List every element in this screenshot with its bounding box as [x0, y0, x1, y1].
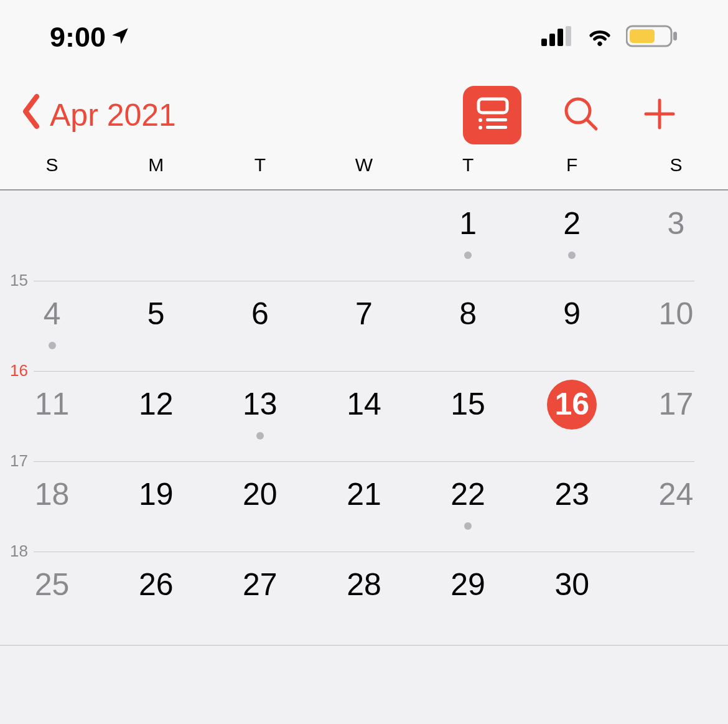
- day-cell[interactable]: 8: [416, 281, 520, 371]
- week-row: 1718192021222324: [0, 461, 728, 552]
- day-cell[interactable]: 14: [312, 371, 416, 461]
- day-number: 30: [547, 560, 597, 610]
- day-number: 13: [235, 380, 285, 430]
- day-cell[interactable]: 22: [416, 461, 520, 552]
- search-icon: [561, 125, 601, 136]
- add-event-button[interactable]: [641, 95, 678, 135]
- location-icon: [110, 21, 131, 54]
- day-cell[interactable]: 15: [416, 371, 520, 461]
- day-number: 10: [651, 289, 701, 339]
- day-number: 21: [339, 470, 389, 520]
- day-cell[interactable]: 4: [0, 281, 104, 371]
- day-number: 2: [547, 199, 597, 249]
- day-cell[interactable]: 16: [520, 371, 624, 461]
- day-number: 27: [235, 560, 285, 610]
- day-cell[interactable]: 30: [520, 552, 624, 642]
- day-number: 16: [547, 380, 597, 430]
- svg-point-10: [478, 126, 482, 129]
- event-indicator: [256, 432, 264, 440]
- day-number: 8: [443, 289, 493, 339]
- day-cell[interactable]: 9: [520, 281, 624, 371]
- event-indicator: [568, 252, 576, 259]
- day-number: 28: [339, 560, 389, 610]
- calendar-grid: 1231545678910161112131415161717181920212…: [0, 190, 728, 642]
- day-number: 3: [651, 199, 701, 249]
- day-cell[interactable]: 12: [104, 371, 208, 461]
- day-cell[interactable]: 23: [520, 461, 624, 552]
- day-cell[interactable]: 29: [416, 552, 520, 642]
- day-cell[interactable]: 18: [0, 461, 104, 552]
- weekday-label: T: [208, 156, 312, 189]
- day-number: 26: [131, 560, 181, 610]
- weekday-header: SMTWTFS: [0, 156, 728, 190]
- day-number: 18: [27, 470, 77, 520]
- weekday-label: S: [624, 156, 728, 189]
- day-number: 23: [547, 470, 597, 520]
- status-right: [541, 24, 678, 50]
- day-cell[interactable]: 3: [624, 190, 728, 281]
- svg-rect-0: [541, 39, 547, 46]
- list-view-button[interactable]: [463, 86, 521, 144]
- list-icon: [472, 95, 512, 135]
- week-row: 1545678910: [0, 281, 728, 371]
- weekday-label: S: [0, 156, 104, 189]
- svg-rect-11: [486, 126, 507, 129]
- day-cell[interactable]: 20: [208, 461, 312, 552]
- event-indicator: [464, 252, 472, 259]
- day-number: 24: [651, 470, 701, 520]
- weekday-label: T: [416, 156, 520, 189]
- day-cell: [624, 552, 728, 642]
- day-number: 17: [651, 380, 701, 430]
- svg-rect-3: [566, 26, 571, 46]
- day-cell[interactable]: 28: [312, 552, 416, 642]
- svg-line-13: [587, 120, 596, 129]
- day-cell: [208, 190, 312, 281]
- day-cell[interactable]: 17: [624, 371, 728, 461]
- day-number: 9: [547, 289, 597, 339]
- status-bar: 9:00: [0, 0, 728, 75]
- weekday-label: F: [520, 156, 624, 189]
- day-cell[interactable]: 19: [104, 461, 208, 552]
- day-number: 19: [131, 470, 181, 520]
- weekday-label: M: [104, 156, 208, 189]
- search-button[interactable]: [561, 94, 601, 136]
- day-cell[interactable]: 5: [104, 281, 208, 371]
- day-cell[interactable]: 1: [416, 190, 520, 281]
- day-cell[interactable]: 6: [208, 281, 312, 371]
- day-cell[interactable]: 11: [0, 371, 104, 461]
- plus-icon: [641, 124, 678, 134]
- svg-rect-7: [478, 99, 507, 113]
- week-row: 123: [0, 190, 728, 281]
- event-indicator: [49, 342, 56, 349]
- day-cell: [0, 190, 104, 281]
- week-row: 18252627282930: [0, 552, 728, 642]
- day-cell[interactable]: 25: [0, 552, 104, 642]
- week-row: 1611121314151617: [0, 371, 728, 461]
- day-cell[interactable]: 27: [208, 552, 312, 642]
- status-left: 9:00: [50, 21, 131, 54]
- day-cell[interactable]: 21: [312, 461, 416, 552]
- day-number: 14: [339, 380, 389, 430]
- day-number: 5: [131, 289, 181, 339]
- day-cell[interactable]: 24: [624, 461, 728, 552]
- day-cell[interactable]: 2: [520, 190, 624, 281]
- day-cell[interactable]: 13: [208, 371, 312, 461]
- svg-rect-9: [486, 118, 507, 121]
- nav-buttons: [463, 86, 678, 144]
- nav-bar: Apr 2021: [0, 75, 728, 156]
- day-number: 6: [235, 289, 285, 339]
- back-button[interactable]: Apr 2021: [19, 93, 176, 138]
- day-number: 1: [443, 199, 493, 249]
- day-cell[interactable]: 26: [104, 552, 208, 642]
- chevron-left-icon: [19, 93, 44, 138]
- month-label: Apr 2021: [50, 97, 176, 133]
- day-cell: [104, 190, 208, 281]
- day-cell[interactable]: 7: [312, 281, 416, 371]
- day-number: 11: [27, 380, 77, 430]
- day-number: 29: [443, 560, 493, 610]
- day-number: 7: [339, 289, 389, 339]
- cellular-icon: [541, 26, 574, 49]
- day-number: 4: [27, 289, 77, 339]
- day-cell[interactable]: 10: [624, 281, 728, 371]
- svg-rect-6: [673, 32, 677, 40]
